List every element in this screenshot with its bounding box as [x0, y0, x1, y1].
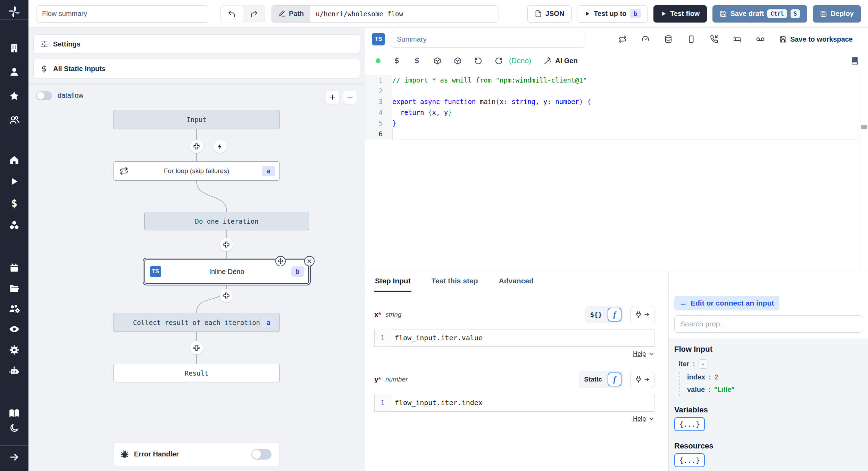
deploy-button[interactable]: Deploy: [813, 5, 861, 23]
mode-template-option[interactable]: ${}: [587, 311, 606, 318]
flow-node-forloop[interactable]: For loop (skip failures) a: [114, 161, 279, 181]
collapse-toggle[interactable]: -: [699, 359, 708, 369]
gauge-icon[interactable]: [641, 35, 650, 43]
flow-node-result[interactable]: Result: [114, 364, 279, 382]
flow-node-input[interactable]: Input: [114, 110, 279, 129]
test-flow-button[interactable]: Test flow: [653, 5, 707, 23]
flow-node-collect-result[interactable]: Collect result of each iteration a: [114, 313, 279, 332]
expr-editor-x[interactable]: 1 flow_input.iter.value: [374, 329, 654, 347]
move-node-button[interactable]: [275, 256, 286, 266]
ai-gen-button[interactable]: AI Gen: [544, 57, 577, 65]
expr-value[interactable]: flow_input.iter.value: [391, 329, 654, 346]
calendar-icon[interactable]: [9, 263, 19, 273]
code-line[interactable]: 3export async function main(x: string, y…: [365, 96, 868, 107]
database-icon[interactable]: [664, 35, 673, 43]
expr-editor-y[interactable]: 1 flow_input.iter.index: [374, 394, 654, 412]
arrow-right-icon[interactable]: [9, 452, 19, 462]
overview-ruler[interactable]: [860, 71, 868, 271]
code-line[interactable]: 4 return {x, y}: [365, 107, 868, 118]
dollar-sign-icon[interactable]: [393, 57, 401, 65]
dollar-sign-icon[interactable]: [413, 57, 421, 65]
edit-or-connect-button[interactable]: ← Edit or connect an input: [674, 296, 779, 310]
json-button[interactable]: JSON: [527, 5, 571, 23]
users-icon[interactable]: [9, 114, 20, 126]
tab-step-input[interactable]: Step Input: [374, 272, 411, 292]
all-static-inputs-button[interactable]: All Static Inputs: [33, 59, 360, 79]
bed-icon[interactable]: [733, 35, 741, 43]
smartphone-icon[interactable]: [687, 35, 695, 43]
code-editor[interactable]: 1// import * as wmill from "npm:windmill…: [365, 71, 868, 271]
flow-summary-input[interactable]: [36, 5, 208, 23]
code-line[interactable]: 1// import * as wmill from "npm:windmill…: [365, 75, 868, 86]
search-prop-input[interactable]: [674, 315, 863, 333]
variables-expand-button[interactable]: {...}: [674, 417, 705, 431]
path-input[interactable]: [310, 6, 499, 22]
box-icon[interactable]: [454, 57, 462, 65]
dollar-icon[interactable]: $: [11, 197, 17, 209]
add-step-button[interactable]: [220, 289, 233, 302]
redo-button[interactable]: [243, 6, 265, 22]
zoom-in-button[interactable]: [326, 90, 340, 104]
mode-static-option[interactable]: Static: [581, 376, 606, 383]
trigger-button[interactable]: [214, 140, 227, 153]
dataflow-toggle[interactable]: [36, 91, 52, 100]
help-link[interactable]: Help: [633, 415, 646, 422]
boxes-icon[interactable]: [9, 220, 20, 231]
play-icon[interactable]: [9, 177, 19, 187]
moon-icon[interactable]: [9, 423, 19, 433]
undo-button[interactable]: [220, 6, 243, 22]
close-icon: [307, 258, 312, 264]
box-icon[interactable]: [433, 57, 441, 65]
gear-icon[interactable]: [9, 345, 20, 356]
repeat-icon[interactable]: [618, 35, 627, 43]
resources-expand-button[interactable]: {...}: [674, 453, 705, 467]
add-step-button[interactable]: [220, 238, 233, 251]
error-handler-card[interactable]: Error Handler: [114, 442, 279, 466]
bot-icon[interactable]: [9, 366, 20, 377]
code-line[interactable]: 5}: [365, 118, 868, 129]
windmill-logo-icon[interactable]: [8, 5, 21, 18]
flow-input-title: Flow Input: [674, 345, 862, 354]
add-step-button[interactable]: [190, 341, 203, 354]
user-icon[interactable]: [9, 67, 19, 77]
tree-row-index[interactable]: index : 2: [687, 371, 862, 383]
summary-input[interactable]: [391, 31, 585, 48]
mode-javascript-option[interactable]: f: [608, 372, 621, 386]
tree-row-iter[interactable]: iter : -: [678, 359, 862, 369]
star-icon[interactable]: [9, 91, 20, 102]
mode-javascript-option[interactable]: f: [608, 308, 621, 322]
tab-test-this-step[interactable]: Test this step: [431, 272, 479, 292]
tab-advanced[interactable]: Advanced: [498, 272, 534, 292]
building-icon[interactable]: [9, 43, 19, 53]
code-line[interactable]: 6: [365, 129, 868, 139]
folder-open-icon[interactable]: [9, 283, 20, 294]
undo-redo-group: [220, 6, 265, 22]
chevron-down-icon[interactable]: [649, 416, 654, 422]
book-icon[interactable]: [851, 57, 859, 65]
phone-incoming-icon[interactable]: [710, 35, 718, 43]
dataflow-label: dataflow: [58, 92, 84, 100]
save-draft-button[interactable]: Save draft Ctrl S: [712, 5, 807, 23]
language-selector[interactable]: (Deno): [495, 57, 531, 65]
rotate-ccw-icon[interactable]: [474, 57, 482, 65]
book-open-icon[interactable]: [9, 408, 20, 419]
home-icon[interactable]: [9, 155, 20, 165]
flow-node-do-one-iteration[interactable]: Do one iteration: [144, 212, 309, 230]
expr-value[interactable]: flow_input.iter.index: [391, 394, 654, 411]
save-to-workspace-button[interactable]: Save to workspace: [779, 35, 853, 43]
add-step-button[interactable]: [190, 140, 203, 153]
connect-input-button[interactable]: [630, 306, 654, 323]
error-handler-toggle[interactable]: [251, 449, 272, 460]
eye-icon[interactable]: [9, 324, 20, 335]
help-link[interactable]: Help: [633, 350, 646, 358]
voicemail-icon[interactable]: [756, 35, 765, 44]
tree-row-value[interactable]: value : "Lille": [687, 383, 862, 396]
code-line[interactable]: 2: [365, 86, 868, 96]
users-cog-icon[interactable]: [9, 303, 20, 314]
chevron-down-icon[interactable]: [649, 351, 654, 357]
settings-button[interactable]: Settings: [33, 34, 360, 54]
test-up-to-button[interactable]: Test up to b: [577, 5, 648, 23]
connect-input-button[interactable]: [630, 371, 654, 388]
delete-node-button[interactable]: [304, 256, 315, 266]
zoom-out-button[interactable]: [343, 90, 357, 104]
